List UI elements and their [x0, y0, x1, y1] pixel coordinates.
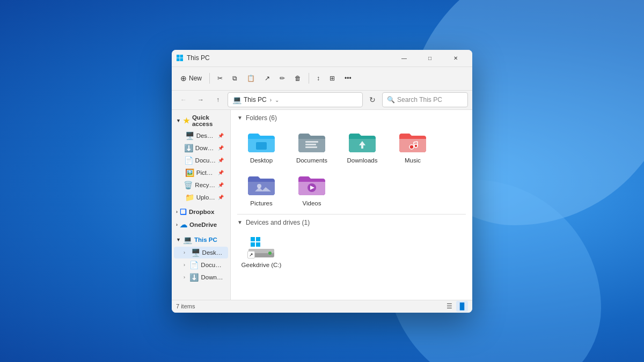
drive-item-c[interactable]: ↗ Geekdrive (C:): [237, 231, 286, 271]
svg-line-13: [414, 142, 418, 142]
pin-icon: 📌: [218, 170, 224, 175]
sidebar-this-pc-downloads-label: Downloads: [201, 274, 224, 280]
sidebar-desktop-label: Desktop: [196, 132, 216, 139]
forward-button[interactable]: →: [193, 92, 208, 107]
sidebar-pictures-label: Pictures: [196, 169, 216, 176]
sidebar-item-downloads[interactable]: ⬇️ Downloads 📌: [174, 142, 228, 154]
items-count: 7 items: [176, 303, 195, 309]
section-divider: [237, 214, 466, 215]
onedrive-icon: ☁: [180, 220, 187, 229]
svg-rect-7: [305, 146, 317, 148]
paste-icon: 📋: [247, 75, 255, 82]
desktop-folder-label: Desktop: [250, 157, 273, 164]
new-button[interactable]: ⊕ New: [176, 72, 206, 85]
folder-item-pictures[interactable]: Pictures: [237, 169, 286, 210]
onedrive-header[interactable]: › ☁ OneDrive: [172, 218, 230, 231]
quick-access-star-icon: ★: [183, 116, 190, 125]
dropbox-icon: ❑: [180, 208, 187, 216]
grid-view-button[interactable]: █: [456, 301, 468, 312]
share-button[interactable]: ↗: [260, 72, 274, 84]
desktop-folder-icon-large: [245, 129, 277, 155]
copy-icon: ⧉: [232, 75, 237, 82]
expand-icon: ›: [184, 250, 189, 255]
up-button[interactable]: ↑: [210, 92, 225, 107]
folders-section-header[interactable]: ▼ Folders (6): [237, 114, 466, 122]
dropbox-header[interactable]: › ❑ Dropbox: [172, 205, 230, 218]
sidebar-item-pictures[interactable]: 🖼️ Pictures 📌: [174, 167, 228, 179]
quick-access-header[interactable]: ▼ ★ Quick access: [172, 112, 230, 129]
maximize-button[interactable]: □: [418, 50, 442, 67]
desktop-folder-icon: 🖥️: [185, 131, 194, 140]
folder-item-documents[interactable]: Documents: [288, 126, 336, 167]
toolbar-separator-2: [309, 73, 309, 84]
cut-button[interactable]: ✂: [213, 72, 227, 84]
folders-chevron-icon: ▼: [237, 115, 243, 121]
svg-point-10: [414, 144, 418, 147]
pictures-folder-icon-large: [245, 172, 277, 198]
sidebar-downloads-label: Downloads: [195, 145, 216, 151]
expand-icon: ›: [184, 275, 187, 280]
pictures-folder-icon: 🖼️: [185, 168, 194, 177]
drives-section-header[interactable]: ▼ Devices and drives (1): [237, 219, 466, 226]
sidebar-documents-label: Documents: [195, 157, 216, 164]
documents-folder-icon-large: [296, 129, 328, 155]
svg-rect-6: [305, 144, 316, 145]
rename-button[interactable]: ✏: [275, 72, 289, 84]
sidebar-item-uploads[interactable]: 📁 Uploads 📌: [174, 191, 228, 203]
videos-folder-icon-large: [296, 172, 328, 198]
cut-icon: ✂: [217, 75, 223, 82]
pin-icon: 📌: [218, 182, 224, 188]
dropbox-label: Dropbox: [189, 209, 214, 215]
pin-icon: 📌: [218, 195, 224, 200]
this-pc-chevron-icon: ▼: [176, 237, 181, 242]
this-pc-label: This PC: [194, 237, 217, 243]
address-box[interactable]: 💻 This PC › ⌄: [228, 92, 363, 107]
folders-header-label: Folders (6): [246, 114, 277, 122]
folder-item-downloads[interactable]: Downloads: [338, 126, 386, 167]
svg-rect-18: [256, 237, 260, 241]
this-pc-downloads-icon: ⬇️: [189, 273, 199, 282]
drive-c-label: Geekdrive (C:): [241, 262, 282, 268]
folder-item-music[interactable]: Music: [389, 126, 437, 167]
refresh-button[interactable]: ↻: [365, 92, 380, 107]
search-icon: 🔍: [387, 96, 395, 104]
sidebar-item-this-pc-desktop[interactable]: › 🖥️ Desktop: [174, 247, 228, 258]
sidebar-item-this-pc-documents[interactable]: › 📄 Documents: [174, 259, 228, 271]
quick-access-chevron-icon: ▼: [176, 118, 181, 123]
pin-icon: 📌: [218, 133, 224, 138]
sidebar-item-documents[interactable]: 📄 Documents 📌: [174, 154, 228, 166]
this-pc-header[interactable]: ▼ 💻 This PC: [172, 233, 230, 246]
this-pc-icon: 💻: [183, 235, 192, 244]
sort-button[interactable]: ↕: [312, 72, 324, 84]
svg-rect-20: [256, 242, 260, 247]
this-pc-desktop-icon: 🖥️: [191, 248, 200, 257]
downloads-folder-label: Downloads: [347, 157, 378, 164]
sidebar-item-this-pc-downloads[interactable]: › ⬇️ Downloads: [174, 271, 228, 283]
svg-rect-17: [251, 237, 255, 241]
sidebar-item-recycle-bin[interactable]: 🗑️ Recycle Bin 📌: [174, 179, 228, 191]
copy-button[interactable]: ⧉: [228, 72, 241, 84]
rename-icon: ✏: [280, 75, 285, 82]
folders-grid: Desktop Documents: [237, 126, 466, 210]
new-label: New: [189, 75, 202, 82]
address-bar-row: ← → ↑ 💻 This PC › ⌄ ↻ 🔍 Search This PC: [172, 91, 472, 110]
drives-chevron-icon: ▼: [237, 219, 243, 225]
back-button[interactable]: ←: [176, 92, 191, 107]
svg-rect-3: [180, 58, 184, 62]
sidebar-recycle-label: Recycle Bin: [195, 182, 216, 188]
close-button[interactable]: ✕: [443, 50, 468, 67]
folder-item-desktop[interactable]: Desktop: [237, 126, 286, 167]
list-view-button[interactable]: ☰: [443, 301, 455, 312]
view-button[interactable]: ⊞: [325, 72, 339, 84]
delete-button[interactable]: 🗑: [290, 72, 305, 84]
music-folder-icon-large: [397, 129, 429, 155]
search-box[interactable]: 🔍 Search This PC: [382, 92, 468, 107]
svg-point-9: [409, 145, 414, 149]
dropbox-chevron-icon: ›: [176, 209, 178, 215]
svg-rect-1: [180, 55, 184, 58]
paste-button[interactable]: 📋: [243, 72, 259, 84]
more-button[interactable]: •••: [340, 72, 356, 84]
sidebar-item-desktop[interactable]: 🖥️ Desktop 📌: [174, 130, 228, 142]
folder-item-videos[interactable]: Videos: [288, 169, 336, 210]
minimize-button[interactable]: —: [392, 50, 416, 67]
